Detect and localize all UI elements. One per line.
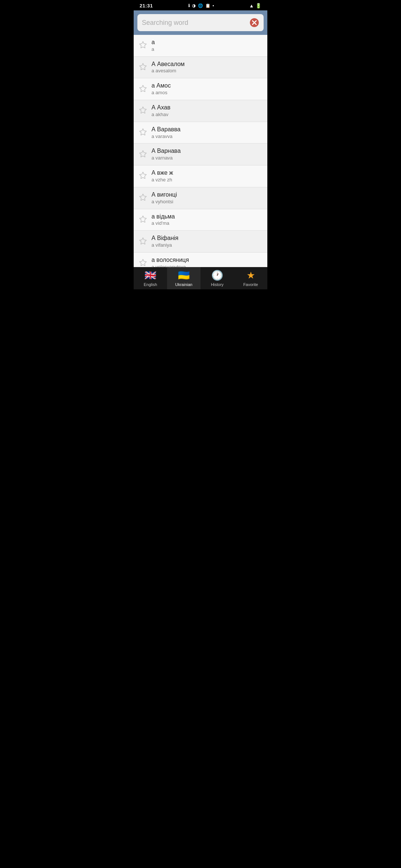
search-container [134,10,267,35]
star-icon [139,41,147,49]
word-content: а Амос a amos [151,82,171,96]
word-content: А Авесалом a avesalom [151,60,185,75]
status-icons: ℹ ◑ 🌐 📋 • [188,3,214,8]
word-sub: a varavva [151,134,180,140]
word-main: А вже ж [151,169,173,177]
word-main: а [151,39,155,46]
nav-label-english: English [144,282,157,287]
star-button[interactable] [138,62,148,73]
star-button[interactable] [138,236,148,247]
search-input[interactable] [142,19,250,27]
clear-icon [250,18,259,27]
search-bar [137,14,264,31]
list-item[interactable]: А вже ж a vzhe zh [134,165,267,187]
star-icon [139,193,147,201]
word-content: А Варнава a varnava [151,147,181,161]
star-icon [139,259,147,267]
clear-button[interactable] [250,18,259,27]
star-icon [139,171,147,180]
word-sub: a akhav [151,112,170,118]
star-icon [139,128,147,136]
word-sub: a varnava [151,155,181,161]
list-item[interactable]: а a [134,35,267,57]
list-item[interactable]: А Варнава a varnava [134,144,267,165]
word-main: А Варнава [151,147,181,155]
nav-item-favorite[interactable]: ★ Favorite [234,267,267,289]
star-icon [139,106,147,114]
word-content: А Ахав a akhav [151,104,170,118]
star-icon [139,215,147,223]
status-time: 21:31 [140,3,153,9]
word-main: а відьма [151,213,175,221]
word-sub: a vzhe zh [151,177,173,183]
star-icon [139,150,147,158]
star-button[interactable] [138,84,148,95]
nav-label-history: History [211,282,224,287]
wifi-icon: ▲ [249,3,254,9]
list-item[interactable]: А Авесалом a avesalom [134,57,267,79]
word-main: А Ахав [151,104,170,112]
star-button[interactable] [138,171,148,181]
nav-label-favorite: Favorite [243,282,258,287]
word-sub: a [151,46,155,53]
list-item[interactable]: А Варавва a varavva [134,122,267,144]
word-content: а відьма a vid'ma [151,213,175,227]
star-button[interactable] [138,193,148,203]
nav-item-ukrainian[interactable]: 🇺🇦 Ukrainian [167,267,200,289]
star-icon [139,85,147,93]
star-button[interactable] [138,214,148,225]
word-content: А Варавва a varavva [151,126,180,140]
list-item[interactable]: а Амос a amos [134,78,267,100]
english-flag-icon: 🇬🇧 [144,270,156,281]
word-sub: a amos [151,90,171,96]
status-bar: 21:31 ℹ ◑ 🌐 📋 • ▲ 🔋 [134,0,267,10]
list-item[interactable]: А вигонці a vyhontsi [134,187,267,209]
nav-label-ukrainian: Ukrainian [175,282,192,287]
word-sub: a vifaniya [151,242,178,249]
list-item[interactable]: А Віфанія a vifaniya [134,231,267,253]
nav-item-english[interactable]: 🇬🇧 English [134,267,167,289]
word-main: А Авесалом [151,60,185,68]
word-list: а a А Авесалом a avesalom а Амос a amos [134,35,267,270]
word-main: а волосяниця [151,256,189,264]
star-button[interactable] [138,149,148,160]
word-content: а a [151,39,155,53]
star-button[interactable] [138,105,148,116]
word-content: А Віфанія a vifaniya [151,234,178,249]
word-sub: a vid'ma [151,220,175,227]
word-main: а Амос [151,82,171,90]
star-button[interactable] [138,127,148,138]
word-content: А вигонці a vyhontsi [151,191,177,205]
bottom-nav: 🇬🇧 English 🇺🇦 Ukrainian 🕐 History ★ Favo… [134,267,267,289]
word-main: А Віфанія [151,234,178,242]
word-main: А вигонці [151,191,177,199]
history-clock-icon: 🕐 [211,270,223,281]
status-right-icons: ▲ 🔋 [249,3,261,9]
word-sub: a vyhontsi [151,199,177,205]
favorite-star-icon: ★ [247,270,255,281]
word-content: А вже ж a vzhe zh [151,169,173,183]
battery-icon: 🔋 [255,3,261,9]
star-button[interactable] [138,40,148,51]
star-icon [139,237,147,245]
list-item[interactable]: А Ахав a akhav [134,100,267,122]
list-item[interactable]: а відьма a vid'ma [134,209,267,231]
nav-item-history[interactable]: 🕐 History [200,267,234,289]
ukrainian-flag-icon: 🇺🇦 [178,270,190,281]
star-icon [139,63,147,71]
word-main: А Варавва [151,126,180,134]
word-sub: a avesalom [151,68,185,74]
